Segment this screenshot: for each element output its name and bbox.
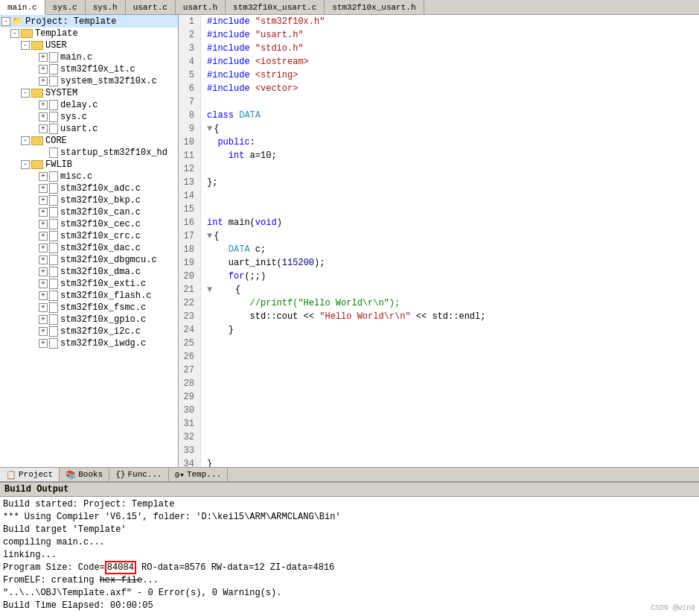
project-tab-label: Project xyxy=(19,470,53,479)
tree-crc[interactable]: + stm32f10x_crc.c xyxy=(0,230,178,242)
code-line-30: 30 xyxy=(179,404,699,417)
expand-exti[interactable]: + xyxy=(39,279,48,288)
expand-crc[interactable]: + xyxy=(39,232,48,241)
code-line-28: 28 xyxy=(179,377,699,390)
project-sidebar[interactable]: - 📁 Project: Template - Template - USER … xyxy=(0,15,179,467)
tree-project-root[interactable]: - 📁 Project: Template xyxy=(0,15,178,28)
expand-sys-c[interactable]: + xyxy=(39,112,48,121)
expand-dma[interactable]: + xyxy=(39,267,48,276)
expand-iwdg[interactable]: + xyxy=(39,339,48,348)
code-line-4: 4 #include <iostream> xyxy=(179,55,699,69)
tree-bkp[interactable]: + stm32f10x_bkp.c xyxy=(0,194,178,206)
tree-usart-c[interactable]: + usart.c xyxy=(0,123,178,135)
tree-misc[interactable]: + misc.c xyxy=(0,171,178,182)
tab-usart-c[interactable]: usart.c xyxy=(126,0,176,14)
build-output-content[interactable]: Build started: Project: Template *** Usi… xyxy=(0,497,699,615)
tree-core[interactable]: - CORE xyxy=(0,135,178,147)
code-line-27: 27 xyxy=(179,363,699,377)
tree-delay-c[interactable]: + delay.c xyxy=(0,99,178,111)
tab-project[interactable]: 📋 Project xyxy=(0,468,60,481)
tree-fwlib[interactable]: - FWLIB xyxy=(0,159,178,171)
tree-label-flash: stm32f10x_flash.c xyxy=(60,290,151,301)
expand-main-c[interactable]: + xyxy=(39,53,48,62)
expand-usart-c[interactable]: + xyxy=(39,124,48,133)
tree-stm32f10x-it[interactable]: + stm32f10x_it.c xyxy=(0,63,178,75)
tab-sys-h[interactable]: sys.h xyxy=(86,0,126,14)
tree-dma[interactable]: + stm32f10x_dma.c xyxy=(0,266,178,278)
code-editor[interactable]: 1 #include "stm32f10x.h" 2 #include "usa… xyxy=(179,15,699,467)
expand-dac[interactable]: + xyxy=(39,244,48,253)
expand-template[interactable]: - xyxy=(10,29,19,38)
folder-icon-core xyxy=(31,136,43,145)
file-icon-misc xyxy=(49,171,58,182)
tree-cec[interactable]: + stm32f10x_cec.c xyxy=(0,218,178,230)
tree-can[interactable]: + stm32f10x_can.c xyxy=(0,206,178,218)
expand-adc[interactable]: + xyxy=(39,184,48,193)
expand-it[interactable]: + xyxy=(39,65,48,74)
build-line-9: Build Time Elapsed: 00:00:05 xyxy=(3,600,696,612)
expand-core[interactable]: - xyxy=(21,136,30,145)
tree-system-folder[interactable]: - SYSTEM xyxy=(0,87,178,99)
code-line-14: 14 xyxy=(179,189,699,203)
tab-temp[interactable]: 0▾ Temp... xyxy=(169,468,228,481)
code-content: 1 #include "stm32f10x.h" 2 #include "usa… xyxy=(179,15,699,467)
tree-startup[interactable]: startup_stm32f10x_hd xyxy=(0,147,178,159)
tree-iwdg[interactable]: + stm32f10x_iwdg.c xyxy=(0,337,178,349)
tree-i2c[interactable]: + stm32f10x_i2c.c xyxy=(0,326,178,337)
tab-books[interactable]: 📚 Books xyxy=(60,468,109,481)
expand-delay[interactable]: + xyxy=(39,101,48,109)
tree-flash[interactable]: + stm32f10x_flash.c xyxy=(0,290,178,302)
expand-system[interactable]: + xyxy=(39,77,48,86)
expand-gpio[interactable]: + xyxy=(39,315,48,324)
expand-cec[interactable]: + xyxy=(39,220,48,229)
code-line-9: 9 ▼{ xyxy=(179,122,699,136)
file-icon-bkp xyxy=(49,195,58,206)
tree-adc[interactable]: + stm32f10x_adc.c xyxy=(0,182,178,194)
expand-project[interactable]: - xyxy=(1,17,10,26)
expand-can[interactable]: + xyxy=(39,208,48,217)
tree-sys-c[interactable]: + sys.c xyxy=(0,111,178,123)
tree-fsmc[interactable]: + stm32f10x_fsmc.c xyxy=(0,302,178,314)
code-size-highlight: 84084 xyxy=(105,561,136,574)
expand-fwlib[interactable]: - xyxy=(21,160,30,169)
file-icon-i2c xyxy=(49,326,58,337)
tree-label-bkp: stm32f10x_bkp.c xyxy=(60,195,141,206)
expand-dbgmcu[interactable]: + xyxy=(39,255,48,264)
project-label: Project: Template xyxy=(25,16,116,27)
tree-gpio[interactable]: + stm32f10x_gpio.c xyxy=(0,314,178,326)
func-tab-label: Func... xyxy=(127,470,162,479)
expand-flash[interactable]: + xyxy=(39,291,48,300)
tree-exti[interactable]: + stm32f10x_exti.c xyxy=(0,278,178,290)
expand-user[interactable]: - xyxy=(21,41,30,50)
expand-misc[interactable]: + xyxy=(39,172,48,181)
code-line-23: 23 std::cout << "Hello World\r\n" << std… xyxy=(179,310,699,323)
tree-label-dac: stm32f10x_dac.c xyxy=(60,243,141,253)
file-icon-fsmc xyxy=(49,302,58,313)
tree-main-c[interactable]: + main.c xyxy=(0,51,178,63)
expand-fsmc[interactable]: + xyxy=(39,303,48,312)
tab-stm32f10x-usart-h[interactable]: stm32f10x_usart.h xyxy=(325,0,424,14)
tree-dac[interactable]: + stm32f10x_dac.c xyxy=(0,242,178,254)
tab-stm32f10x-usart-c[interactable]: stm32f10x_usart.c xyxy=(226,0,325,14)
code-line-22: 22 //printf("Hello World\r\n"); xyxy=(179,296,699,310)
expand-i2c[interactable]: + xyxy=(39,327,48,336)
tab-sys-c[interactable]: sys.c xyxy=(45,0,86,14)
tree-label-can: stm32f10x_can.c xyxy=(60,207,141,217)
expand-bkp[interactable]: + xyxy=(39,196,48,205)
code-line-17: 17 ▼{ xyxy=(179,229,699,243)
tab-usart-h[interactable]: usart.h xyxy=(176,0,226,14)
tree-label-crc: stm32f10x_crc.c xyxy=(60,231,141,241)
expand-system-folder[interactable]: - xyxy=(21,89,30,98)
tree-user[interactable]: - USER xyxy=(0,39,178,51)
build-line-7: FromELF: creating hex file... xyxy=(3,574,696,587)
tree-label-template: Template xyxy=(35,28,78,39)
tab-main-c[interactable]: main.c xyxy=(0,0,45,15)
tree-dbgmcu[interactable]: + stm32f10x_dbgmcu.c xyxy=(0,254,178,266)
tree-label-system-folder: SYSTEM xyxy=(45,88,77,98)
tree-system[interactable]: + system_stm32f10x.c xyxy=(0,75,178,87)
tree-template[interactable]: - Template xyxy=(0,28,178,39)
code-line-33: 33 xyxy=(179,444,699,457)
code-line-16: 16 int main(void) xyxy=(179,216,699,229)
tree-label-delay: delay.c xyxy=(60,100,98,110)
tab-func[interactable]: {} Func... xyxy=(109,468,168,481)
